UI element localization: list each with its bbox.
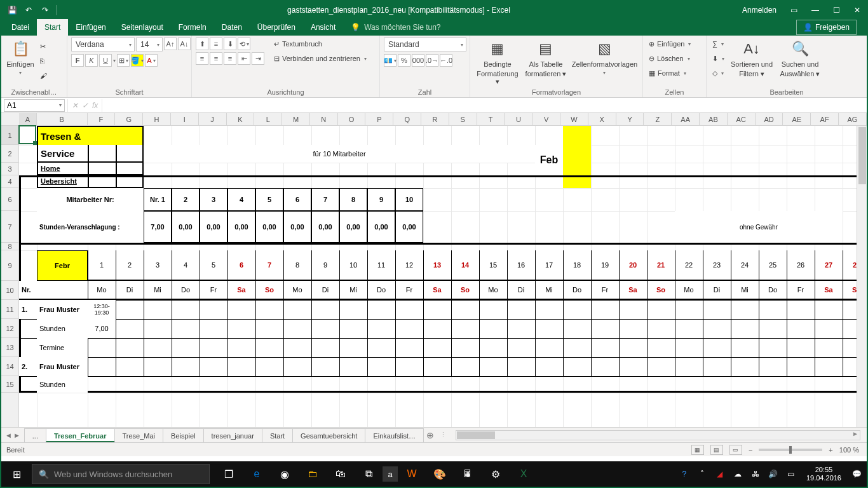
cell[interactable]: Tresen & bbox=[37, 126, 144, 145]
cell[interactable]: 5 bbox=[200, 250, 227, 281]
col-head[interactable]: K bbox=[227, 113, 255, 125]
cell[interactable]: Sa bbox=[619, 281, 647, 300]
cell[interactable]: Do bbox=[563, 281, 591, 300]
row-head[interactable]: 4 bbox=[1, 175, 18, 188]
font-size-combo[interactable]: 14 bbox=[136, 37, 163, 51]
col-head[interactable]: AG bbox=[839, 113, 867, 125]
explorer-icon[interactable]: 🗀 bbox=[299, 461, 327, 487]
cell[interactable]: 10 bbox=[339, 250, 367, 281]
percent-button[interactable]: % bbox=[398, 54, 410, 67]
cell[interactable]: 0,00 bbox=[367, 211, 395, 243]
cell[interactable]: 7,00 bbox=[144, 211, 172, 243]
chrome-icon[interactable]: ◉ bbox=[271, 461, 299, 487]
cell[interactable]: Service bbox=[37, 145, 88, 163]
maximize-icon[interactable]: ☐ bbox=[827, 1, 846, 19]
help-icon[interactable]: ? bbox=[677, 461, 692, 487]
col-head[interactable]: M bbox=[282, 113, 310, 125]
cell[interactable]: Frau Muster bbox=[37, 357, 88, 376]
tab-home[interactable]: Start bbox=[37, 19, 68, 36]
row-head[interactable]: 13 bbox=[1, 338, 18, 357]
col-head[interactable]: L bbox=[254, 113, 282, 125]
windows-search[interactable]: 🔍Web und Windows durchsuchen bbox=[32, 464, 210, 484]
insert-cells-button[interactable]: ⊕Einfügen bbox=[647, 37, 693, 50]
inc-decimal-button[interactable]: .0→ bbox=[426, 54, 438, 67]
col-head[interactable]: AF bbox=[811, 113, 839, 125]
tab-data[interactable]: Daten bbox=[214, 19, 250, 36]
view-normal-button[interactable]: ▦ bbox=[691, 445, 704, 455]
row-head[interactable]: 14 bbox=[1, 357, 18, 376]
cell[interactable]: 0,00 bbox=[200, 211, 227, 243]
copy-button[interactable]: ⎘ bbox=[38, 55, 49, 67]
cell[interactable]: 1 bbox=[88, 250, 116, 281]
row-head[interactable]: 7 bbox=[1, 211, 18, 243]
row-head[interactable]: 1 bbox=[1, 126, 18, 145]
lang-icon[interactable]: ▭ bbox=[783, 461, 799, 487]
cell[interactable]: 5 bbox=[255, 188, 283, 211]
dropbox-icon[interactable]: ⧉ bbox=[355, 461, 383, 487]
cell[interactable]: 8 bbox=[339, 188, 367, 211]
cell[interactable]: Mitarbeiter Nr: bbox=[37, 188, 144, 211]
cell[interactable]: Febr bbox=[37, 250, 88, 281]
zoom-in-button[interactable]: + bbox=[829, 446, 832, 454]
name-box[interactable]: A1 bbox=[4, 99, 65, 112]
zoom-slider[interactable] bbox=[759, 449, 822, 451]
cell[interactable]: Di bbox=[703, 281, 731, 300]
cell[interactable]: 7 bbox=[255, 250, 283, 281]
sort-filter-button[interactable]: A↓Sortieren undFiltern ▾ bbox=[729, 37, 775, 78]
shrink-font-button[interactable]: A↓ bbox=[178, 37, 191, 50]
view-layout-button[interactable]: ▤ bbox=[710, 445, 723, 455]
cell[interactable]: Nr. bbox=[19, 281, 37, 300]
clock[interactable]: 20:5519.04.2016 bbox=[801, 466, 846, 482]
wrap-button[interactable]: ↵Textumbruch bbox=[272, 37, 369, 50]
table-format-button[interactable]: ▤Als Tabelleformatieren ▾ bbox=[524, 37, 568, 78]
currency-button[interactable]: 💶 bbox=[384, 54, 397, 67]
cell[interactable]: 19 bbox=[591, 250, 619, 281]
cell[interactable]: 13 bbox=[423, 250, 451, 281]
row-head[interactable]: 2 bbox=[1, 145, 18, 163]
row-head[interactable]: 12 bbox=[1, 319, 18, 338]
align-bottom-button[interactable]: ⬇ bbox=[224, 37, 236, 50]
network-icon[interactable]: 🖧 bbox=[748, 461, 763, 487]
notifications-icon[interactable]: 💬 bbox=[849, 461, 864, 487]
fill-color-button[interactable]: 🪣 bbox=[131, 54, 144, 67]
merge-button[interactable]: ⊟Verbinden und zentrieren bbox=[272, 52, 369, 65]
col-head[interactable]: H bbox=[143, 113, 171, 125]
orientation-button[interactable]: ⟲ bbox=[238, 37, 250, 50]
cell[interactable]: 15 bbox=[479, 250, 507, 281]
tab-view[interactable]: Ansicht bbox=[303, 19, 343, 36]
volume-icon[interactable]: 🔊 bbox=[766, 461, 781, 487]
cell[interactable]: Mi bbox=[731, 281, 759, 300]
login-button[interactable]: Anmelden bbox=[736, 1, 783, 19]
tab-review[interactable]: Überprüfen bbox=[250, 19, 303, 36]
cell[interactable]: Fr bbox=[200, 281, 227, 300]
cell[interactable] bbox=[116, 175, 144, 188]
col-head[interactable]: U bbox=[505, 113, 532, 125]
paint-icon[interactable]: 🎨 bbox=[426, 461, 454, 487]
store-icon[interactable]: 🛍 bbox=[327, 461, 355, 487]
vertical-scrollbar[interactable] bbox=[857, 126, 867, 427]
cell[interactable]: 2 bbox=[172, 188, 200, 211]
col-head[interactable]: X bbox=[588, 113, 616, 125]
cell[interactable]: 23 bbox=[703, 250, 731, 281]
col-head[interactable]: V bbox=[532, 113, 560, 125]
cell[interactable]: 0,00 bbox=[395, 211, 423, 243]
cell[interactable]: 0,00 bbox=[227, 211, 255, 243]
row-head[interactable]: 10 bbox=[1, 281, 18, 300]
italic-button[interactable]: K bbox=[85, 54, 98, 67]
align-top-button[interactable]: ⬆ bbox=[196, 37, 208, 50]
align-right-button[interactable]: ≡ bbox=[224, 52, 236, 65]
tab-file[interactable]: Datei bbox=[4, 19, 37, 36]
amazon-icon[interactable]: a bbox=[383, 466, 398, 482]
format-cells-button[interactable]: ▦Format bbox=[647, 67, 693, 79]
settings-icon[interactable]: ⚙ bbox=[482, 461, 510, 487]
cell[interactable]: 14 bbox=[451, 250, 479, 281]
sheet-tab[interactable]: Einkaufslist… bbox=[365, 428, 424, 442]
col-head[interactable]: J bbox=[199, 113, 227, 125]
format-painter-button[interactable]: 🖌 bbox=[38, 69, 49, 82]
row-head[interactable]: 11 bbox=[1, 300, 18, 319]
cell[interactable]: Mo bbox=[479, 281, 507, 300]
ribbon-options-icon[interactable]: ▭ bbox=[784, 1, 804, 19]
col-head[interactable]: R bbox=[421, 113, 449, 125]
cell[interactable]: 0,00 bbox=[339, 211, 367, 243]
sheet-tab[interactable]: Start bbox=[262, 428, 293, 442]
